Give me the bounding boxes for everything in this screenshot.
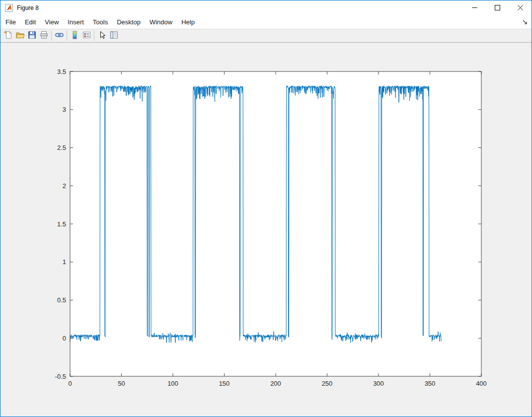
- y-tick-label: 0: [63, 335, 66, 342]
- matlab-logo-icon: [5, 4, 13, 12]
- menu-insert[interactable]: Insert: [63, 16, 88, 28]
- toolbar-separator: [94, 31, 94, 41]
- x-tick-label: 250: [322, 380, 333, 387]
- x-tick-label: 200: [270, 380, 281, 387]
- new-figure-button[interactable]: [2, 30, 14, 42]
- x-tick-label: 150: [219, 380, 230, 387]
- y-tick-label: -0.5: [55, 373, 66, 380]
- dock-figure-arrow-icon: [522, 19, 528, 25]
- menu-desktop[interactable]: Desktop: [112, 16, 145, 28]
- property-inspector-icon: [109, 30, 119, 42]
- title-bar: Figure 8: [0, 0, 532, 15]
- insert-legend-button[interactable]: [80, 30, 92, 42]
- menu-file[interactable]: File: [1, 16, 20, 28]
- link-plot-button[interactable]: [53, 30, 65, 42]
- y-tick-label: 1: [63, 258, 66, 266]
- printer-icon: [39, 30, 49, 42]
- axes-background: [70, 71, 481, 376]
- minimize-icon: [472, 3, 477, 12]
- toolbar-separator: [51, 31, 52, 41]
- x-tick-label: 50: [118, 380, 125, 387]
- legend-icon: [82, 30, 91, 42]
- y-tick-label: 1.5: [57, 220, 66, 228]
- print-figure-button[interactable]: [38, 30, 50, 42]
- y-tick-label: 0.5: [57, 296, 66, 304]
- save-floppy-icon: [27, 30, 37, 42]
- x-tick-label: 100: [167, 380, 178, 387]
- menu-help[interactable]: Help: [177, 16, 199, 28]
- maximize-icon: [495, 3, 500, 12]
- y-tick-label: 3: [63, 106, 66, 113]
- y-tick-label: 2.5: [57, 144, 66, 151]
- menu-tools[interactable]: Tools: [88, 16, 112, 28]
- colorbar-icon: [70, 30, 79, 42]
- toolbar-separator: [67, 31, 67, 41]
- square-wave-plot: 050100150200250300350400-0.500.511.522.5…: [1, 43, 532, 417]
- matlab-figure-window: Figure 8 File Edit View Insert: [0, 0, 532, 417]
- window-title: Figure 8: [17, 4, 39, 11]
- insert-colorbar-button[interactable]: [69, 30, 80, 42]
- arrow-cursor-icon: [97, 30, 107, 42]
- y-tick-label: 2: [63, 182, 66, 190]
- x-tick-label: 0: [68, 380, 72, 387]
- open-property-inspector-button[interactable]: [108, 30, 120, 42]
- x-tick-label: 400: [476, 380, 487, 387]
- window-controls: [463, 0, 532, 15]
- x-tick-label: 350: [425, 380, 436, 387]
- menu-view[interactable]: View: [40, 16, 63, 28]
- open-file-button[interactable]: [14, 30, 26, 42]
- close-icon: [518, 3, 523, 12]
- save-figure-button[interactable]: [26, 30, 38, 42]
- minimize-button[interactable]: [463, 0, 486, 15]
- close-button[interactable]: [509, 0, 532, 15]
- edit-plot-button[interactable]: [96, 30, 108, 42]
- menu-bar: File Edit View Insert Tools Desktop Wind…: [0, 15, 532, 29]
- maximize-button[interactable]: [486, 0, 509, 15]
- y-tick-label: 3.5: [57, 68, 66, 75]
- x-tick-label: 300: [373, 380, 384, 387]
- new-document-icon: [3, 30, 13, 42]
- figure-canvas: 050100150200250300350400-0.500.511.522.5…: [1, 43, 531, 416]
- menu-window[interactable]: Window: [145, 16, 177, 28]
- dock-figure-button[interactable]: [522, 19, 528, 25]
- open-folder-icon: [15, 30, 25, 42]
- chain-link-icon: [55, 30, 64, 42]
- menu-edit[interactable]: Edit: [20, 16, 40, 28]
- figure-toolbar: [0, 29, 532, 43]
